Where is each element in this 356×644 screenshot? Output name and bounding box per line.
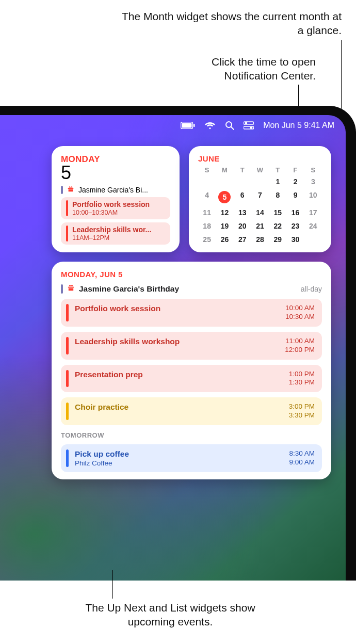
upnext-day-number: 5 <box>61 164 170 182</box>
list-event[interactable]: Portfolio work session10:00 AM10:30 AM <box>61 299 322 327</box>
list-tomorrow-label: TOMORROW <box>61 431 322 439</box>
widget-month[interactable]: JUNE SMTWTFS1234567891011121314151617181… <box>189 146 331 252</box>
month-dow: T <box>234 166 251 174</box>
svg-point-8 <box>250 126 253 129</box>
event-bar <box>66 403 69 420</box>
month-day-empty <box>216 176 233 187</box>
list-event[interactable]: Presentation prep1:00 PM1:30 PM <box>61 365 322 393</box>
event-bar <box>66 200 68 216</box>
callout-list: The Up Next and List widgets show upcomi… <box>62 601 279 629</box>
event-subtitle: Philz Coffee <box>75 459 283 467</box>
list-event[interactable]: Choir practice3:00 PM3:30 PM <box>61 397 322 425</box>
widget-up-next[interactable]: Monday 5 Jasmine Garcia's Bi... Portfoli… <box>52 146 180 252</box>
upnext-birthday-text: Jasmine Garcia's Bi... <box>78 186 148 194</box>
event-bar <box>66 370 69 388</box>
month-day[interactable]: 19 <box>216 220 233 232</box>
device-bezel: Mon Jun 5 9:41 AM Monday 5 Jasmine Garci… <box>0 106 356 581</box>
month-day[interactable]: 23 <box>286 220 304 232</box>
upnext-weekday: Monday <box>61 154 170 165</box>
month-day[interactable]: 24 <box>304 220 322 232</box>
menubar: Mon Jun 5 9:41 AM <box>0 115 346 136</box>
event-start: 10:00 AM <box>285 304 315 313</box>
desktop-screen: Mon Jun 5 9:41 AM Monday 5 Jasmine Garci… <box>0 115 346 581</box>
list-birthday-tag: all-day <box>301 285 322 293</box>
menubar-datetime[interactable]: Mon Jun 5 9:41 AM <box>263 121 334 130</box>
month-day[interactable]: 30 <box>286 234 304 245</box>
list-event[interactable]: Pick up coffeePhilz Coffee8:30 AM9:00 AM <box>61 444 322 472</box>
month-day[interactable]: 21 <box>251 220 269 232</box>
event-title: Choir practice <box>75 403 283 412</box>
month-day[interactable]: 6 <box>234 189 251 205</box>
list-birthday-row: Jasmine Garcia's Birthday all-day <box>61 284 322 294</box>
event-bar <box>66 226 68 242</box>
event-title: Portfolio work session <box>75 304 279 313</box>
control-center-icon[interactable] <box>244 121 254 130</box>
month-day[interactable]: 9 <box>286 189 304 205</box>
gift-icon <box>67 284 75 294</box>
list-date: MONDAY, JUN 5 <box>61 270 322 279</box>
month-day[interactable]: 26 <box>216 234 233 245</box>
event-end: 3:30 PM <box>289 411 315 420</box>
upnext-event-title: Leadership skills wor... <box>72 226 151 234</box>
month-day[interactable]: 4 <box>198 189 216 205</box>
list-event[interactable]: Leadership skills workshop11:00 AM12:00 … <box>61 332 322 360</box>
month-day[interactable]: 16 <box>286 207 304 218</box>
month-dow: S <box>304 166 322 174</box>
event-start: 8:30 AM <box>289 449 315 458</box>
event-bar <box>66 337 69 355</box>
upnext-event-time: 11AM–12PM <box>72 234 151 242</box>
month-day[interactable]: 3 <box>304 176 322 187</box>
month-day[interactable]: 12 <box>216 207 233 218</box>
wifi-icon[interactable] <box>204 121 216 130</box>
month-day[interactable]: 15 <box>269 207 286 218</box>
month-dow: T <box>269 166 286 174</box>
month-day[interactable]: 29 <box>269 234 286 245</box>
month-day[interactable]: 25 <box>198 234 216 245</box>
month-day[interactable]: 8 <box>269 189 286 205</box>
search-icon[interactable] <box>225 121 234 130</box>
month-dow: W <box>251 166 269 174</box>
month-dow: S <box>198 166 216 174</box>
event-bar <box>66 304 69 321</box>
svg-rect-2 <box>193 124 195 127</box>
upnext-event: Portfolio work session10:00–10:30AM <box>61 197 170 219</box>
event-start: 3:00 PM <box>289 403 315 411</box>
callout-time: Click the time to open Notification Cent… <box>156 55 316 83</box>
month-day[interactable]: 7 <box>251 189 269 205</box>
event-end: 9:00 AM <box>289 458 315 467</box>
month-day-empty <box>251 176 269 187</box>
month-dow: M <box>216 166 233 174</box>
event-title: Pick up coffee <box>75 449 283 459</box>
month-day[interactable]: 22 <box>269 220 286 232</box>
list-birthday-bar <box>61 284 63 294</box>
month-day[interactable]: 1 <box>269 176 286 187</box>
callout-list-line <box>112 570 113 599</box>
month-day[interactable]: 2 <box>286 176 304 187</box>
svg-line-4 <box>231 127 234 130</box>
month-day[interactable]: 10 <box>304 189 322 205</box>
month-title: JUNE <box>198 154 322 163</box>
svg-rect-1 <box>182 123 192 128</box>
month-day[interactable]: 13 <box>234 207 251 218</box>
event-title: Leadership skills workshop <box>75 337 279 346</box>
month-day[interactable]: 28 <box>251 234 269 245</box>
callout-month: The Month widget shows the current month… <box>120 9 342 38</box>
list-birthday-name: Jasmine Garcia's Birthday <box>79 284 297 294</box>
month-dow: F <box>286 166 304 174</box>
battery-icon[interactable] <box>181 122 195 129</box>
upnext-event: Leadership skills wor...11AM–12PM <box>61 222 170 245</box>
month-day-empty <box>234 176 251 187</box>
month-day[interactable]: 20 <box>234 220 251 232</box>
event-title: Presentation prep <box>75 370 283 379</box>
event-end: 12:00 PM <box>285 346 315 355</box>
month-day[interactable]: 5 <box>216 189 233 205</box>
upnext-birthday: Jasmine Garcia's Bi... <box>61 185 170 194</box>
month-day[interactable]: 18 <box>198 220 216 232</box>
upnext-event-title: Portfolio work session <box>72 200 150 208</box>
month-day[interactable]: 14 <box>251 207 269 218</box>
month-day[interactable]: 27 <box>234 234 251 245</box>
widget-list[interactable]: MONDAY, JUN 5 Jasmine Garcia's Birthday … <box>52 262 331 479</box>
month-day[interactable]: 17 <box>304 207 322 218</box>
event-bar <box>66 449 69 467</box>
month-day[interactable]: 11 <box>198 207 216 218</box>
